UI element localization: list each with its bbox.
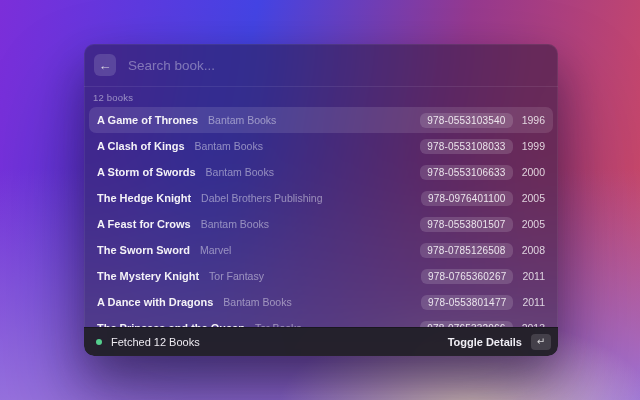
book-publisher: Marvel [200,244,232,256]
back-button[interactable]: ← [94,54,116,76]
book-list-item[interactable]: A Feast for Crows Bantam Books 978-05538… [89,211,553,237]
book-list-item[interactable]: The Sworn Sword Marvel 978-0785126508 20… [89,237,553,263]
book-title: A Clash of Kings [97,140,185,152]
book-list: A Game of Thrones Bantam Books 978-05531… [84,107,558,327]
book-meta: 978-0785126508 2008 [420,243,545,258]
status-text: Fetched 12 Books [111,336,200,348]
book-publisher: Tor Fantasy [209,270,264,282]
book-list-item[interactable]: A Storm of Swords Bantam Books 978-05531… [89,159,553,185]
book-year: 2005 [522,218,545,230]
status-bar: Fetched 12 Books Toggle Details ↵ [84,327,558,356]
book-meta: 978-0553801507 2005 [420,217,545,232]
book-list-item[interactable]: A Clash of Kings Bantam Books 978-055310… [89,133,553,159]
search-input[interactable]: Search book... [128,58,548,73]
book-year: 2011 [522,296,545,308]
book-title: A Feast for Crows [97,218,191,230]
book-year: 1996 [522,114,545,126]
book-meta: 978-0553801477 2011 [421,295,545,310]
book-year: 2011 [522,270,545,282]
book-year: 2008 [522,244,545,256]
book-publisher: Bantam Books [206,166,274,178]
isbn-badge: 978-0553801477 [421,295,513,310]
book-title: The Mystery Knight [97,270,199,282]
book-publisher: Bantam Books [208,114,276,126]
book-meta: 978-0976401100 2005 [421,191,545,206]
book-year: 2000 [522,166,545,178]
book-title: The Hedge Knight [97,192,191,204]
book-publisher: Bantam Books [223,296,291,308]
status-dot-icon [96,339,102,345]
search-bar: ← Search book... [84,44,558,86]
book-meta: 978-0553106633 2000 [420,165,545,180]
back-arrow-icon: ← [99,59,112,72]
book-title: A Game of Thrones [97,114,198,126]
enter-key-icon[interactable]: ↵ [531,334,551,350]
isbn-badge: 978-0553103540 [420,113,512,128]
book-meta: 978-0553103540 1996 [420,113,545,128]
toggle-details-button[interactable]: Toggle Details [448,336,522,348]
isbn-badge: 978-0553106633 [420,165,512,180]
book-list-item[interactable]: A Game of Thrones Bantam Books 978-05531… [89,107,553,133]
book-publisher: Dabel Brothers Publishing [201,192,322,204]
book-title: A Storm of Swords [97,166,196,178]
book-list-item[interactable]: The Hedge Knight Dabel Brothers Publishi… [89,185,553,211]
section-header: 12 books [84,87,558,107]
isbn-badge: 978-0553801507 [420,217,512,232]
isbn-badge: 978-0976401100 [421,191,513,206]
book-title: A Dance with Dragons [97,296,213,308]
book-year: 2005 [522,192,545,204]
book-title: The Sworn Sword [97,244,190,256]
book-meta: 978-0553108033 1999 [420,139,545,154]
isbn-badge: 978-0785126508 [420,243,512,258]
book-list-item[interactable]: The Mystery Knight Tor Fantasy 978-07653… [89,263,553,289]
isbn-badge: 978-0765360267 [421,269,513,284]
isbn-badge: 978-0553108033 [420,139,512,154]
book-list-item[interactable]: A Dance with Dragons Bantam Books 978-05… [89,289,553,315]
book-publisher: Bantam Books [195,140,263,152]
book-list-item[interactable]: The Princess and the Queen Tor Books 978… [89,315,553,327]
book-meta: 978-0765360267 2011 [421,269,545,284]
command-palette-window: ← Search book... 12 books A Game of Thro… [84,44,558,356]
book-publisher: Bantam Books [201,218,269,230]
book-year: 1999 [522,140,545,152]
